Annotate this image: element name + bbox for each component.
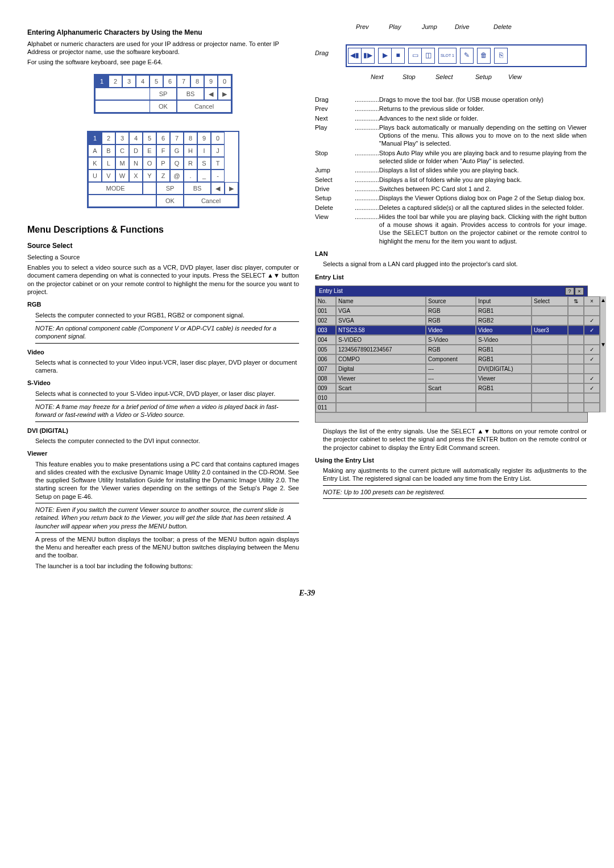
paragraph: This feature enables you to make present… xyxy=(27,460,299,501)
item-heading: LAN xyxy=(315,250,587,258)
label-drive: Drive xyxy=(455,23,470,31)
definition-row: Jump .............. Displays a list of s… xyxy=(315,166,587,174)
key-cancel[interactable]: Cancel xyxy=(177,100,231,113)
key-8[interactable]: 8 xyxy=(190,75,204,88)
table-row[interactable]: 009ScartScartRGB1✓ xyxy=(316,383,600,393)
table-row[interactable]: 006COMPOComponentRGB1✓ xyxy=(316,354,600,364)
key-2[interactable]: 2 xyxy=(109,75,122,88)
paragraph: The launcher is a tool bar including the… xyxy=(27,562,299,570)
key-bs[interactable]: BS xyxy=(177,88,204,100)
sort-icon[interactable]: ⇅ xyxy=(568,296,584,306)
table-row[interactable]: 004S-VIDEOS-VideoS-Video xyxy=(316,335,600,345)
key-1[interactable]: 1 xyxy=(88,132,102,144)
key-mode[interactable]: MODE xyxy=(88,182,143,195)
def-term: Setup xyxy=(315,194,355,202)
paragraph: Selects the computer connected to your R… xyxy=(27,311,299,319)
definition-row: View .............. Hides the tool bar w… xyxy=(315,213,587,245)
table-row[interactable]: 002SVGARGBRGB2✓ xyxy=(316,316,600,325)
note: NOTE: A frame may freeze for a brief per… xyxy=(35,403,299,419)
def-desc: Drags to move the tool bar. (for USB mou… xyxy=(379,96,587,104)
def-desc: Switches between PC Card slot 1 and 2. xyxy=(379,185,587,193)
status-bar xyxy=(316,412,587,422)
key-right[interactable]: ▶ xyxy=(225,182,238,195)
key-left[interactable]: ◀ xyxy=(211,182,225,195)
key-5[interactable]: 5 xyxy=(150,75,163,88)
key-ok[interactable]: OK xyxy=(150,100,177,113)
section-heading-major: Menu Descriptions & Functions xyxy=(27,224,299,236)
stop-icon[interactable]: ■ xyxy=(392,48,404,63)
def-term: Drive xyxy=(315,185,355,193)
table-row[interactable]: 00512345678901234567RGBRGB1✓ xyxy=(316,345,600,354)
item-heading: DVI (DIGITAL) xyxy=(27,427,299,435)
delete-icon[interactable]: 🗑 xyxy=(478,48,490,63)
def-desc: Stops Auto Play while you are playing ba… xyxy=(379,149,587,166)
definition-row: Prev .............. Returns to the previ… xyxy=(315,105,587,113)
definition-row: Stop .............. Stops Auto Play whil… xyxy=(315,149,587,166)
definition-row: Drive .............. Switches between PC… xyxy=(315,185,587,193)
paragraph: Alphabet or numeric characters are used … xyxy=(27,40,299,56)
def-desc: Displays a list of folders while you are… xyxy=(379,176,587,184)
paragraph: Selects what is connected to your S-Vide… xyxy=(27,390,299,398)
key-bs[interactable]: BS xyxy=(184,182,211,195)
def-term: Drag xyxy=(315,96,355,104)
select-icon[interactable]: ◫ xyxy=(422,48,434,63)
table-row[interactable]: 008Viewer---Viewer✓ xyxy=(316,374,600,383)
key-1[interactable]: 1 xyxy=(95,75,109,88)
key-right[interactable]: ▶ xyxy=(218,88,231,100)
key-ok[interactable]: OK xyxy=(156,195,184,207)
label-delete: Delete xyxy=(493,23,512,31)
close-icon[interactable]: × xyxy=(584,296,600,306)
key-sp[interactable]: SP xyxy=(156,182,184,195)
paragraph: Selects what is connected to your Video … xyxy=(27,358,299,375)
key-sp[interactable]: SP xyxy=(150,88,177,100)
table-row[interactable]: 003NTSC3.58VideoVideoUser3✓ xyxy=(316,325,600,335)
window-title: Entry List xyxy=(319,287,343,295)
label-setup: Setup xyxy=(475,73,492,81)
alpha-keyboard: 1 2 3 4 5 6 7 8 9 0 ABCDEFGHIJ KLMNOPQRS… xyxy=(87,131,239,208)
toolbar-diagram: Prev Play Jump Drive Delete Drag ◀▮▮▶ ▶■… xyxy=(315,23,587,85)
paragraph: Making any ajustments to the current pic… xyxy=(315,466,587,483)
jump-icon[interactable]: ▭ xyxy=(409,48,422,63)
definition-row: Setup .............. Displays the Viewer… xyxy=(315,194,587,202)
label-drag: Drag xyxy=(315,49,329,57)
label-jump: Jump xyxy=(422,23,437,31)
def-desc: Hides the tool bar while you are playing… xyxy=(379,213,587,245)
paragraph: Selects the computer connected to the DV… xyxy=(27,437,299,445)
item-heading: Using the Entry List xyxy=(315,456,587,464)
definition-row: Next .............. Advances to the next… xyxy=(315,114,587,122)
item-heading: Entry List xyxy=(315,273,587,281)
prev-icon[interactable]: ◀▮ xyxy=(349,48,362,63)
table-row[interactable]: 007Digital---DVI(DIGITAL) xyxy=(316,364,600,374)
table-row[interactable]: 011 xyxy=(316,403,600,412)
kb-row: 1 2 3 4 5 6 7 8 9 0 xyxy=(95,75,231,88)
def-term: Select xyxy=(315,176,355,184)
section-heading: Entering Alphanumeric Characters by Usin… xyxy=(27,28,299,38)
key-0[interactable]: 0 xyxy=(218,75,231,88)
drive-slot[interactable]: SLOT 1 xyxy=(439,48,456,63)
def-desc: Displays the Viewer Options dialog box o… xyxy=(379,194,587,202)
key-3[interactable]: 3 xyxy=(122,75,136,88)
key-9[interactable]: 9 xyxy=(204,75,218,88)
paragraph: Displays the list of the entry signals. … xyxy=(315,427,587,452)
paragraph: Selecting a Source xyxy=(27,253,299,261)
label-prev: Prev xyxy=(356,23,369,31)
subheading: Source Select xyxy=(27,242,299,251)
key-4[interactable]: 4 xyxy=(136,75,150,88)
next-icon[interactable]: ▮▶ xyxy=(362,48,374,63)
scrollbar[interactable]: ▲▼ xyxy=(600,296,606,412)
setup-icon[interactable]: ✎ xyxy=(460,48,473,63)
key-6[interactable]: 6 xyxy=(163,75,177,88)
play-icon[interactable]: ▶ xyxy=(379,48,392,63)
key-cancel[interactable]: Cancel xyxy=(184,195,238,207)
table-row[interactable]: 001VGARGBRGB1 xyxy=(316,306,600,316)
table-row[interactable]: 010 xyxy=(316,393,600,403)
item-heading: S-Video xyxy=(27,379,299,387)
definition-row: Select .............. Displays a list of… xyxy=(315,176,587,184)
key-left[interactable]: ◀ xyxy=(204,88,218,100)
item-heading: RGB xyxy=(27,300,299,308)
key-7[interactable]: 7 xyxy=(177,75,190,88)
window-controls[interactable]: ?× xyxy=(565,287,584,295)
label-next: Next xyxy=(371,73,384,81)
def-desc: Plays back automatically or manually dep… xyxy=(379,123,587,148)
view-icon[interactable]: ⎘ xyxy=(495,48,507,63)
